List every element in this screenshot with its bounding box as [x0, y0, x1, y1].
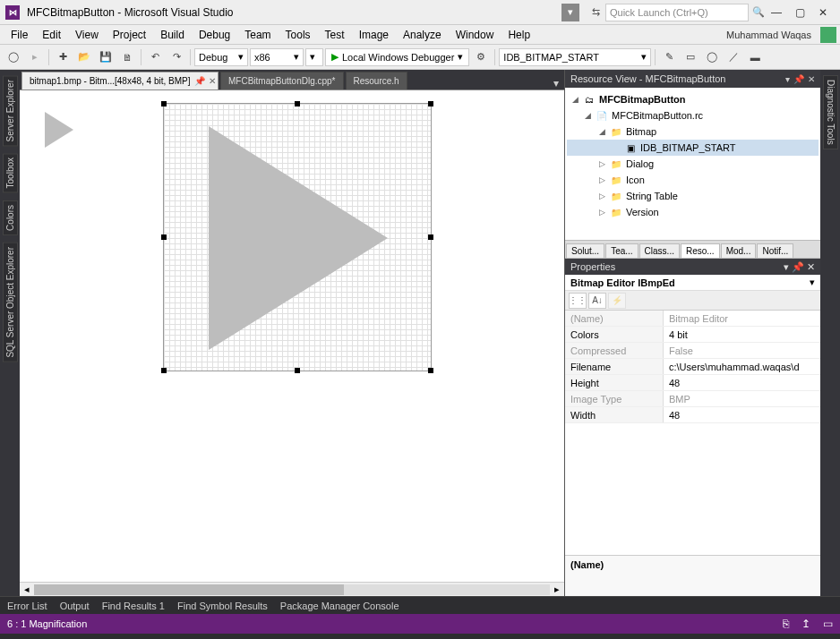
- menu-tools[interactable]: Tools: [279, 27, 318, 43]
- bitmap-zoom-grid[interactable]: [163, 103, 432, 371]
- bottom-tab-pmc[interactable]: Package Manager Console: [280, 601, 399, 611]
- pin-icon[interactable]: 📌: [793, 74, 804, 84]
- save-all-button[interactable]: 🗎: [117, 47, 137, 67]
- redo-button[interactable]: ↷: [167, 47, 186, 67]
- window-menu-icon[interactable]: ▾: [785, 74, 790, 84]
- status-publish-icon[interactable]: ↥: [801, 618, 810, 630]
- property-row[interactable]: Width48: [565, 407, 820, 423]
- close-tab-icon[interactable]: ✕: [209, 76, 216, 86]
- tab-overflow-button[interactable]: ▾: [548, 77, 564, 89]
- undo-button[interactable]: ↶: [145, 47, 165, 67]
- property-row[interactable]: Height48: [565, 375, 820, 391]
- status-notifications-icon[interactable]: ▭: [823, 618, 833, 630]
- quick-launch-input[interactable]: Quick Launch (Ctrl+Q): [605, 4, 749, 21]
- collapse-icon[interactable]: ◢: [570, 95, 579, 104]
- notifications-icon[interactable]: ▾: [561, 4, 579, 21]
- close-button[interactable]: ✕: [811, 4, 835, 21]
- tree-folder-version[interactable]: ▷ 📁 Version: [567, 204, 819, 220]
- minimize-button[interactable]: —: [765, 4, 788, 21]
- expand-icon[interactable]: ▷: [597, 208, 606, 217]
- menu-help[interactable]: Help: [501, 27, 537, 43]
- property-value[interactable]: 4 bit: [664, 327, 820, 342]
- solution-platform-dropdown[interactable]: x86▾: [250, 48, 304, 66]
- tool-line-button[interactable]: ／: [724, 47, 743, 67]
- menu-build[interactable]: Build: [153, 27, 192, 43]
- resize-handle[interactable]: [161, 101, 167, 106]
- property-row[interactable]: (Name)Bitmap Editor: [565, 311, 820, 327]
- side-tab-model[interactable]: Mod...: [721, 243, 757, 258]
- document-tab[interactable]: Resource.h: [346, 72, 407, 89]
- pin-icon[interactable]: 📌: [194, 76, 205, 86]
- maximize-button[interactable]: ▢: [788, 4, 811, 21]
- expand-icon[interactable]: ▷: [597, 192, 606, 200]
- collapse-icon[interactable]: ◢: [583, 111, 592, 120]
- menu-view[interactable]: View: [68, 27, 106, 43]
- left-tab-server-explorer[interactable]: Server Explorer: [3, 75, 18, 146]
- events-button[interactable]: ⚡: [608, 293, 626, 309]
- debug-target-button[interactable]: ⚙: [471, 47, 491, 67]
- right-tab-diagnostic-tools[interactable]: Diagnostic Tools: [823, 75, 838, 149]
- document-tab[interactable]: MFCBitmapButtonDlg.cpp*: [220, 72, 344, 89]
- tree-folder-stringtable[interactable]: ▷ 📁 String Table: [567, 188, 819, 204]
- resize-handle[interactable]: [161, 368, 167, 373]
- status-source-control-icon[interactable]: ⎘: [783, 618, 789, 630]
- property-row[interactable]: Image TypeBMP: [565, 391, 820, 407]
- property-row[interactable]: Filenamec:\Users\muhammad.waqas\d: [565, 359, 820, 375]
- categorized-button[interactable]: ⋮⋮: [569, 293, 587, 309]
- scrollbar-thumb[interactable]: [34, 584, 344, 595]
- resize-handle[interactable]: [428, 368, 433, 373]
- property-value[interactable]: c:\Users\muhammad.waqas\d: [664, 359, 820, 374]
- side-tab-solution[interactable]: Solut...: [566, 243, 604, 258]
- scrollbar-track[interactable]: [34, 584, 550, 595]
- tool-rect-button[interactable]: ▭: [681, 47, 700, 67]
- resize-handle[interactable]: [428, 234, 433, 240]
- side-tab-class[interactable]: Class...: [639, 243, 680, 258]
- properties-grid[interactable]: (Name)Bitmap EditorColors4 bitCompressed…: [565, 311, 820, 555]
- menu-team[interactable]: Team: [237, 27, 278, 43]
- toolbar-layout-icon[interactable]: ⇆: [587, 6, 605, 18]
- new-project-button[interactable]: ✚: [53, 47, 73, 67]
- search-icon[interactable]: 🔍: [752, 6, 765, 18]
- tree-folder-bitmap[interactable]: ◢ 📁 Bitmap: [567, 124, 819, 140]
- property-row[interactable]: Colors4 bit: [565, 327, 820, 343]
- expand-icon[interactable]: ▷: [597, 175, 606, 184]
- menu-analyze[interactable]: Analyze: [396, 27, 449, 43]
- resize-handle[interactable]: [161, 234, 167, 240]
- expand-icon[interactable]: ▷: [597, 159, 606, 168]
- open-file-button[interactable]: 📂: [74, 47, 94, 67]
- alphabetical-button[interactable]: A↓: [588, 293, 606, 309]
- menu-debug[interactable]: Debug: [192, 27, 237, 43]
- startup-dropdown[interactable]: ▾: [305, 48, 323, 66]
- signed-in-user[interactable]: Muhammad Waqas: [726, 30, 815, 40]
- tool-ellipse-button[interactable]: ◯: [702, 47, 722, 67]
- left-tab-toolbox[interactable]: Toolbox: [3, 153, 18, 192]
- side-tab-resource[interactable]: Reso...: [681, 243, 720, 258]
- resize-handle[interactable]: [295, 368, 300, 373]
- nav-back-button[interactable]: ◯: [4, 47, 23, 67]
- menu-window[interactable]: Window: [449, 27, 501, 43]
- properties-object-selector[interactable]: Bitmap Editor IBmpEd ▾: [565, 275, 820, 291]
- tree-rc-file[interactable]: ◢ 📄 MFCBitmapButton.rc: [567, 107, 819, 124]
- bottom-tab-find-results-1[interactable]: Find Results 1: [102, 601, 165, 611]
- resize-handle[interactable]: [295, 101, 300, 106]
- resize-handle[interactable]: [428, 101, 433, 106]
- left-tab-sql-explorer[interactable]: SQL Server Object Explorer: [3, 243, 18, 362]
- bitmap-editor-canvas[interactable]: [20, 89, 564, 582]
- tree-root[interactable]: ◢ 🗂 MFCBitmapButton: [567, 91, 819, 107]
- start-debugging-button[interactable]: ▶ Local Windows Debugger ▾: [325, 48, 469, 66]
- tool-pencil-button[interactable]: ✎: [659, 47, 679, 67]
- property-row[interactable]: CompressedFalse: [565, 343, 820, 359]
- bottom-tab-error-list[interactable]: Error List: [7, 601, 47, 611]
- scroll-left-icon[interactable]: ◂: [20, 584, 34, 595]
- tool-eraser-button[interactable]: ▬: [745, 47, 765, 67]
- collapse-icon[interactable]: ◢: [597, 127, 606, 136]
- scroll-right-icon[interactable]: ▸: [550, 584, 564, 595]
- close-pane-icon[interactable]: ✕: [807, 261, 815, 272]
- save-button[interactable]: 💾: [96, 47, 116, 67]
- bottom-tab-find-symbol[interactable]: Find Symbol Results: [177, 601, 268, 611]
- property-value[interactable]: 48: [664, 375, 820, 390]
- pin-icon[interactable]: 📌: [792, 261, 804, 272]
- resource-tree[interactable]: ◢ 🗂 MFCBitmapButton ◢ 📄 MFCBitmapButton.…: [565, 88, 820, 240]
- side-tab-notif[interactable]: Notif...: [757, 243, 793, 258]
- property-value[interactable]: 48: [664, 407, 820, 422]
